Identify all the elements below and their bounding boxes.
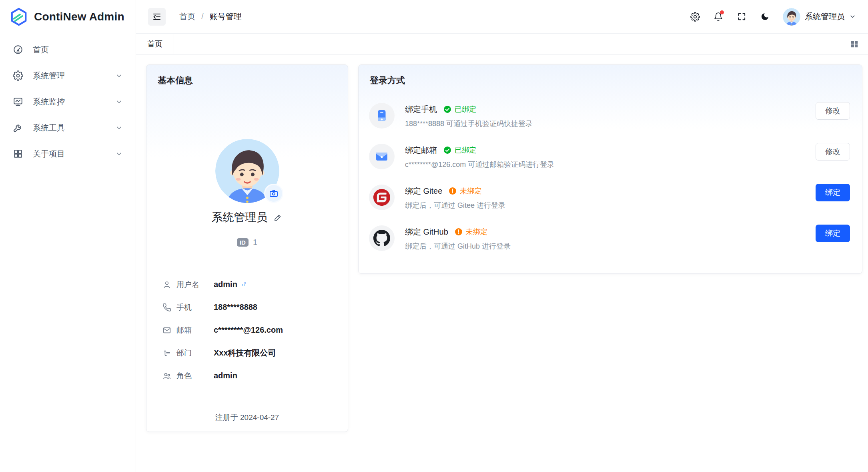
sidebar-item-system-monitor[interactable]: 系统监控 bbox=[5, 90, 131, 113]
dashboard-icon bbox=[13, 44, 23, 55]
login-method-desc: 绑定后，可通过 Gitee 进行登录 bbox=[405, 201, 802, 210]
gear-icon bbox=[13, 70, 23, 81]
sidebar-item-label: 系统管理 bbox=[33, 70, 65, 81]
exclamation-circle-icon bbox=[455, 228, 463, 236]
detail-label-text: 邮箱 bbox=[176, 325, 192, 335]
pencil-icon bbox=[273, 213, 283, 222]
tab-bar: 首页 bbox=[136, 34, 868, 55]
settings-button[interactable] bbox=[686, 8, 704, 26]
login-method-row-github: 绑定 GitHub 未绑定 绑定后，可通过 GitHub 进行登录 bbox=[369, 223, 802, 256]
status-text: 已绑定 bbox=[455, 104, 476, 114]
sidebar-item-about-project[interactable]: 关于项目 bbox=[5, 143, 131, 165]
grid-icon bbox=[13, 149, 23, 159]
tree-icon bbox=[162, 349, 171, 358]
main-column: 首页 / 账号管理 bbox=[136, 0, 868, 472]
exclamation-circle-icon bbox=[449, 187, 457, 195]
profile-details: 用户名 admin ♂ bbox=[162, 273, 332, 387]
sidebar-item-home[interactable]: 首页 bbox=[5, 38, 131, 61]
detail-value-text: admin bbox=[214, 280, 237, 289]
detail-row-department: 部门 Xxx科技有限公司 bbox=[162, 341, 332, 364]
wrench-icon bbox=[13, 123, 23, 133]
tab-label: 首页 bbox=[147, 39, 162, 49]
sidebar-item-label: 系统工具 bbox=[33, 123, 65, 133]
status-text: 未绑定 bbox=[460, 186, 481, 196]
app-title: ContiNew Admin bbox=[34, 10, 124, 23]
detail-label-text: 手机 bbox=[176, 302, 192, 313]
login-method-title: 绑定邮箱 bbox=[405, 145, 437, 156]
login-method-title: 绑定 Gitee bbox=[405, 186, 442, 197]
dark-mode-button[interactable] bbox=[756, 8, 774, 26]
login-method-title: 绑定 GitHub bbox=[405, 227, 448, 237]
tab-actions-button[interactable] bbox=[850, 34, 868, 54]
profile-avatar-wrap bbox=[215, 139, 279, 203]
phone-blue-icon bbox=[369, 103, 395, 129]
breadcrumb-current: 账号管理 bbox=[210, 11, 242, 22]
bind-gitee-button[interactable]: 绑定 bbox=[816, 184, 850, 201]
sidebar-nav: 首页 系统管理 bbox=[0, 34, 136, 169]
card-title: 基本信息 bbox=[158, 74, 193, 86]
status-badge: 已绑定 bbox=[443, 145, 476, 155]
login-methods-card: 登录方式 绑定手机 bbox=[358, 64, 862, 274]
profile-name: 系统管理员 bbox=[212, 210, 268, 225]
page-content: 基本信息 系统管理员 bbox=[136, 55, 868, 472]
avatar bbox=[783, 8, 800, 26]
user-menu[interactable]: 系统管理员 bbox=[783, 8, 856, 26]
modify-phone-button[interactable]: 修改 bbox=[816, 102, 850, 120]
detail-label-text: 用户名 bbox=[176, 279, 199, 290]
sidebar-item-label: 关于项目 bbox=[33, 149, 65, 159]
phone-icon bbox=[162, 303, 171, 312]
github-icon bbox=[369, 225, 395, 251]
sidebar-item-system-management[interactable]: 系统管理 bbox=[5, 64, 131, 87]
detail-label-text: 部门 bbox=[176, 348, 192, 358]
camera-icon bbox=[269, 189, 279, 198]
detail-row-email: 邮箱 c********@126.com bbox=[162, 319, 332, 341]
registered-footer: 注册于 2024-04-27 bbox=[146, 403, 348, 432]
change-avatar-button[interactable] bbox=[264, 184, 283, 203]
login-method-title: 绑定手机 bbox=[405, 104, 437, 115]
modify-email-button[interactable]: 修改 bbox=[816, 143, 850, 161]
tab-home[interactable]: 首页 bbox=[136, 34, 174, 54]
users-icon bbox=[162, 372, 171, 380]
gitee-icon bbox=[369, 185, 395, 210]
status-badge: 未绑定 bbox=[455, 227, 487, 237]
breadcrumb-home[interactable]: 首页 bbox=[179, 11, 195, 22]
app-logo-icon bbox=[10, 8, 28, 26]
detail-value-text: c********@126.com bbox=[214, 325, 283, 335]
sidebar-item-system-tools[interactable]: 系统工具 bbox=[5, 116, 131, 139]
chevron-down-icon bbox=[115, 150, 123, 158]
login-method-desc: c********@126.com 可通过邮箱验证码进行登录 bbox=[405, 160, 802, 169]
fullscreen-icon bbox=[737, 12, 746, 21]
edit-name-button[interactable] bbox=[273, 213, 283, 222]
top-header: 首页 / 账号管理 bbox=[136, 0, 868, 34]
profile-name-row: 系统管理员 bbox=[146, 210, 348, 225]
id-value: 1 bbox=[253, 238, 257, 247]
sidebar-item-label: 首页 bbox=[33, 44, 49, 55]
monitor-icon bbox=[13, 96, 23, 107]
detail-value-text: Xxx科技有限公司 bbox=[214, 347, 276, 358]
basic-info-card: 基本信息 系统管理员 bbox=[146, 64, 348, 432]
notifications-button[interactable] bbox=[709, 8, 728, 26]
notification-dot bbox=[720, 10, 724, 14]
status-text: 已绑定 bbox=[455, 145, 476, 155]
detail-value-text: 188****8888 bbox=[214, 303, 257, 312]
detail-row-phone: 手机 188****8888 bbox=[162, 296, 332, 319]
app-root: ContiNew Admin 首页 系统管理 bbox=[0, 0, 868, 472]
breadcrumb: 首页 / 账号管理 bbox=[179, 11, 242, 22]
login-method-desc: 绑定后，可通过 GitHub 进行登录 bbox=[405, 241, 802, 251]
sidebar-item-label: 系统监控 bbox=[33, 96, 65, 107]
mail-icon bbox=[162, 326, 171, 335]
moon-icon bbox=[760, 12, 770, 21]
app-logo-row[interactable]: ContiNew Admin bbox=[0, 0, 136, 34]
login-method-row-phone: 绑定手机 已绑定 188****8888 可通过手机验证码快捷登录 bbox=[369, 100, 802, 134]
check-circle-icon bbox=[443, 105, 451, 113]
bind-github-button[interactable]: 绑定 bbox=[816, 225, 850, 242]
detail-label-text: 角色 bbox=[176, 371, 192, 381]
detail-row-username: 用户名 admin ♂ bbox=[162, 273, 332, 296]
sidebar: ContiNew Admin 首页 系统管理 bbox=[0, 0, 136, 472]
fullscreen-button[interactable] bbox=[732, 8, 751, 26]
detail-value-text: admin bbox=[214, 371, 237, 380]
login-method-row-email: 绑定邮箱 已绑定 c********@126.com 可通过邮箱验证码进行登录 bbox=[369, 141, 802, 175]
breadcrumb-separator: / bbox=[201, 12, 204, 21]
id-badge: ID bbox=[237, 238, 249, 247]
sidebar-collapse-button[interactable] bbox=[148, 8, 166, 26]
